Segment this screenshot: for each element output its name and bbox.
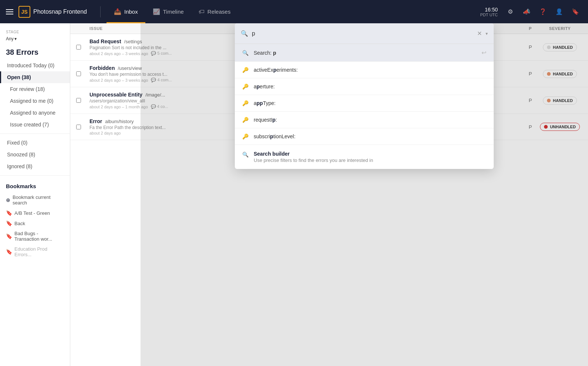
nav-tabs: 📥 Inbox 📈 Timeline 🏷 Releases: [107, 0, 477, 23]
bookmark-bad-bugs[interactable]: 🔖 Bad Bugs - Transaction wor...: [0, 228, 70, 244]
search-icon: 🔍: [241, 30, 248, 37]
row-checkbox-1[interactable]: [76, 71, 89, 76]
search-builder-option[interactable]: 🔍 Search builder Use precise filters to …: [235, 145, 494, 169]
option-apptype[interactable]: 🔑 appType:: [235, 95, 494, 112]
key-icon-1: 🔑: [242, 84, 249, 89]
option-activeexperiments[interactable]: 🔑 activeExperiments:: [235, 62, 494, 78]
time-display: 16:50 PDT UTC: [480, 7, 498, 17]
app-logo: JS Photosnap Frontend: [18, 6, 87, 18]
inbox-icon: 📥: [114, 8, 121, 15]
option-subscriptionlevel[interactable]: 🔑 subscriptionLevel:: [235, 128, 494, 145]
sidebar-item-fixed[interactable]: Fixed (0): [0, 137, 70, 149]
main-layout: STAGE Any ▾ 38 Errors Introduced Today (…: [0, 23, 588, 366]
option-requestip[interactable]: 🔑 requestIp:: [235, 112, 494, 128]
sidebar-divider-2: [0, 175, 70, 176]
row-checkbox-0[interactable]: [76, 45, 89, 50]
key-icon-0: 🔑: [242, 67, 249, 73]
help-button[interactable]: ❓: [536, 5, 550, 18]
content-area: ISSUE EVENTS USERS P SEVERITY Bad Reques…: [70, 23, 588, 366]
tab-timeline-label: Timeline: [163, 9, 184, 15]
timeline-icon: 📈: [153, 8, 160, 15]
nav-actions: 16:50 PDT UTC ⚙ 📣 ❓ 👤 🔖: [477, 5, 582, 18]
chevron-down-icon[interactable]: ▾: [486, 31, 488, 36]
bookmark-back[interactable]: 🔖 Back: [0, 218, 70, 228]
stage-filter: STAGE: [0, 28, 70, 36]
option-aperture[interactable]: 🔑 aperture:: [235, 78, 494, 95]
tab-inbox-label: Inbox: [124, 9, 138, 15]
logo-icon: JS: [18, 6, 30, 18]
notifications-button[interactable]: 📣: [520, 5, 533, 18]
search-p-option[interactable]: 🔍 Search: p ↩: [235, 44, 494, 62]
clear-search-button[interactable]: ✕: [477, 30, 482, 37]
bookmark-add-button[interactable]: ⊕ Bookmark current search: [0, 192, 70, 208]
search-option-icon: 🔍: [242, 50, 249, 56]
key-icon-2: 🔑: [242, 100, 249, 106]
tab-inbox[interactable]: 📥 Inbox: [107, 0, 145, 23]
sidebar-item-assigned-to-anyone[interactable]: Assigned to anyone: [0, 107, 70, 119]
enter-icon: ↩: [481, 49, 486, 56]
tab-releases[interactable]: 🏷 Releases: [191, 0, 238, 23]
releases-icon: 🏷: [199, 9, 205, 15]
search-builder-icon: 🔍: [242, 152, 249, 157]
tab-timeline[interactable]: 📈 Timeline: [145, 0, 191, 23]
bookmark-icon-2: 🔖: [6, 233, 12, 239]
sidebar: STAGE Any ▾ 38 Errors Introduced Today (…: [0, 23, 70, 366]
sidebar-item-assigned-to-me[interactable]: Assigned to me (0): [0, 95, 70, 107]
bookmark-education[interactable]: 🔖 Education Prod Errors...: [0, 244, 70, 260]
top-nav: JS Photosnap Frontend 📥 Inbox 📈 Timeline…: [0, 0, 588, 23]
sidebar-item-introduced-today[interactable]: Introduced Today (0): [0, 60, 70, 71]
bookmark-ab-test[interactable]: 🔖 A/B Test - Green: [0, 208, 70, 218]
search-dropdown-panel: 🔍 ✕ ▾ 🔍 Search: p ↩ 🔑 activeExperiments:: [235, 23, 494, 169]
hamburger-menu[interactable]: [6, 9, 13, 14]
sidebar-divider-1: [0, 133, 70, 134]
nav-divider: [100, 6, 101, 17]
sidebar-item-for-review[interactable]: For review (18): [0, 83, 70, 95]
bookmarks-title: Bookmarks: [0, 179, 70, 192]
project-name: Photosnap Frontend: [33, 9, 87, 15]
bookmark-icon-3: 🔖: [6, 249, 12, 255]
sidebar-item-ignored[interactable]: Ignored (8): [0, 160, 70, 172]
bookmark-icon-0: 🔖: [6, 210, 12, 216]
errors-count: 38 Errors: [0, 44, 70, 60]
bookmark-button[interactable]: 🔖: [569, 5, 582, 18]
stage-select[interactable]: Any ▾: [6, 36, 17, 41]
settings-button[interactable]: ⚙: [504, 5, 517, 18]
user-avatar-button[interactable]: 👤: [552, 5, 566, 18]
dropdown-search-row: 🔍 ✕ ▾: [235, 23, 494, 44]
stage-value-row: Any ▾: [0, 36, 70, 44]
search-input[interactable]: [252, 30, 473, 37]
sidebar-item-snoozed[interactable]: Snoozed (8): [0, 149, 70, 160]
sidebar-item-open[interactable]: Open (38): [0, 71, 70, 83]
tab-releases-label: Releases: [207, 9, 231, 15]
key-icon-4: 🔑: [242, 133, 249, 139]
row-checkbox-3[interactable]: [76, 125, 89, 129]
add-circle-icon: ⊕: [6, 197, 10, 203]
row-checkbox-2[interactable]: [76, 98, 89, 103]
search-dropdown-overlay: 🔍 ✕ ▾ 🔍 Search: p ↩ 🔑 activeExperiments:: [141, 23, 588, 366]
sidebar-item-issue-created[interactable]: Issue created (7): [0, 119, 70, 131]
key-icon-3: 🔑: [242, 117, 249, 123]
bookmark-icon-1: 🔖: [6, 220, 12, 226]
